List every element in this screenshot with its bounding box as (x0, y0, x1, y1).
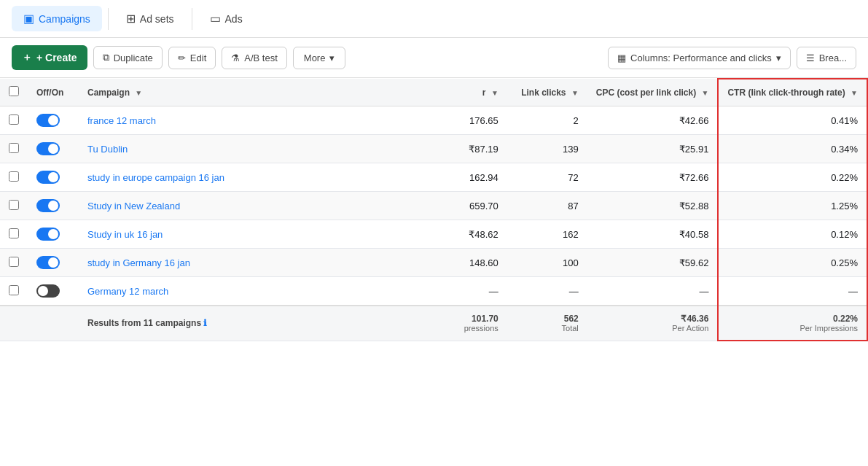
cpc-cell: — (587, 277, 719, 306)
campaign-toggle[interactable] (36, 114, 60, 127)
campaigns-tab-label: Campaigns (39, 13, 90, 25)
campaign-link[interactable]: Study in uk 16 jan (87, 229, 163, 240)
plus-icon: ＋ (22, 51, 32, 64)
ctr-cell: 0.34% (718, 135, 867, 163)
table-wrapper: Off/On Campaign ▼ r ▼ Link clicks ▼ CPC … (0, 78, 868, 464)
campaign-header[interactable]: Campaign ▼ (79, 79, 449, 106)
ctr-cell: 0.12% (718, 220, 867, 249)
row-checkbox-wrap[interactable] (9, 257, 19, 269)
cpc-cell: ₹72.66 (587, 163, 719, 192)
campaign-toggle[interactable] (36, 171, 60, 184)
select-all-checkbox[interactable] (9, 86, 19, 96)
ctr-sort-icon: ▼ (851, 89, 858, 97)
create-button[interactable]: ＋ + Create (12, 45, 87, 70)
row-checkbox-wrap[interactable] (9, 143, 19, 155)
columns-icon: ▦ (617, 53, 626, 63)
reach-cell: 162.94 (449, 163, 507, 192)
row-checkbox-wrap[interactable] (9, 285, 19, 298)
footer-label: Results from 11 campaigns ℹ (79, 306, 449, 341)
toggle-wrap (36, 142, 70, 155)
cpc-sort-icon: ▼ (702, 89, 709, 97)
toggle-wrap (36, 228, 70, 241)
campaign-toggle[interactable] (36, 228, 60, 241)
link-clicks-header[interactable]: Link clicks ▼ (507, 79, 587, 106)
reach-cell: 176.65 (449, 106, 507, 135)
campaign-link[interactable]: Germany 12 march (87, 286, 168, 297)
footer-ctr: 0.22% Per Impressions (718, 306, 867, 341)
select-all-checkbox-wrap[interactable] (9, 86, 19, 98)
more-button[interactable]: More ▾ (293, 47, 346, 69)
chevron-down-icon: ▾ (329, 53, 335, 63)
ads-icon: ▭ (210, 12, 221, 26)
toolbar: ＋ + Create ⧉ Duplicate ✏ Edit ⚗ A/B test… (0, 38, 868, 78)
reach-header[interactable]: r ▼ (449, 79, 507, 106)
reach-cell: ₹87.19 (449, 135, 507, 163)
ctr-cell: 1.25% (718, 192, 867, 220)
row-checkbox-wrap[interactable] (9, 171, 19, 184)
edit-button[interactable]: ✏ Edit (168, 47, 216, 69)
breakdown-label: Brea... (819, 53, 847, 63)
ab-test-button[interactable]: ⚗ A/B test (222, 47, 287, 69)
campaign-toggle[interactable] (36, 142, 60, 155)
link-clicks-cell: 162 (507, 220, 587, 249)
toolbar-right: ▦ Columns: Performance and clicks ▾ ☰ Br… (608, 47, 856, 69)
link-clicks-sort-icon: ▼ (571, 89, 579, 97)
table-row: Germany 12 march———— (0, 277, 867, 306)
tab-adsets[interactable]: ⊞ Ad sets (114, 6, 186, 31)
breakdown-button[interactable]: ☰ Brea... (797, 47, 856, 69)
campaign-link[interactable]: study in Germany 16 jan (87, 257, 190, 268)
tab-campaigns[interactable]: ▣ Campaigns (12, 6, 102, 31)
table-row: Tu Dublin₹87.19139₹25.910.34% (0, 135, 867, 163)
reach-cell: 148.60 (449, 249, 507, 277)
toggle-wrap (36, 256, 70, 269)
table-row: france 12 march176.652₹42.660.41% (0, 106, 867, 135)
footer-row: Results from 11 campaigns ℹ 101.70 press… (0, 306, 867, 341)
row-checkbox[interactable] (9, 257, 19, 267)
duplicate-button[interactable]: ⧉ Duplicate (93, 46, 163, 69)
row-checkbox-wrap[interactable] (9, 228, 19, 241)
campaign-toggle[interactable] (36, 284, 60, 298)
ctr-header[interactable]: CTR (link click-through rate) ▼ (718, 79, 867, 106)
breakdown-icon: ☰ (806, 53, 815, 63)
chevron-down-icon-columns: ▾ (776, 53, 781, 63)
reach-cell: 659.70 (449, 192, 507, 220)
columns-button[interactable]: ▦ Columns: Performance and clicks ▾ (608, 47, 791, 69)
campaign-toggle[interactable] (36, 256, 60, 269)
nav-divider-1 (108, 8, 109, 30)
toggle-wrap (36, 114, 70, 127)
cpc-cell: ₹40.58 (587, 220, 719, 249)
campaign-toggle[interactable] (36, 199, 60, 212)
row-checkbox[interactable] (9, 200, 19, 210)
cpc-cell: ₹25.91 (587, 135, 719, 163)
tab-ads[interactable]: ▭ Ads (198, 6, 254, 31)
row-checkbox[interactable] (9, 171, 19, 182)
ctr-cell: — (718, 277, 867, 306)
link-clicks-cell: 139 (507, 135, 587, 163)
row-checkbox[interactable] (9, 114, 19, 125)
row-checkbox[interactable] (9, 285, 19, 295)
cpc-cell: ₹42.66 (587, 106, 719, 135)
edit-icon: ✏ (178, 53, 186, 63)
footer-info-icon[interactable]: ℹ (203, 318, 207, 328)
row-checkbox-wrap[interactable] (9, 200, 19, 212)
row-checkbox-wrap[interactable] (9, 114, 19, 127)
reach-cell: ₹48.62 (449, 220, 507, 249)
cpc-header[interactable]: CPC (cost per link click) ▼ (587, 79, 719, 106)
cpc-cell: ₹52.88 (587, 192, 719, 220)
campaign-link[interactable]: study in europe campaign 16 jan (87, 172, 224, 183)
table-row: Study in uk 16 jan₹48.62162₹40.580.12% (0, 220, 867, 249)
footer-cpc: ₹46.36 Per Action (587, 306, 719, 341)
campaign-link[interactable]: france 12 march (87, 115, 156, 126)
ab-test-icon: ⚗ (231, 53, 240, 63)
campaign-link[interactable]: Study in New Zealand (87, 201, 180, 211)
duplicate-icon: ⧉ (103, 52, 109, 63)
link-clicks-cell: 2 (507, 106, 587, 135)
ctr-cell: 0.41% (718, 106, 867, 135)
row-checkbox[interactable] (9, 143, 19, 153)
link-clicks-cell: 100 (507, 249, 587, 277)
campaign-link[interactable]: Tu Dublin (87, 144, 128, 155)
cpc-cell: ₹59.62 (587, 249, 719, 277)
row-checkbox[interactable] (9, 228, 19, 238)
table-row: study in europe campaign 16 jan162.9472₹… (0, 163, 867, 192)
ctr-cell: 0.25% (718, 249, 867, 277)
